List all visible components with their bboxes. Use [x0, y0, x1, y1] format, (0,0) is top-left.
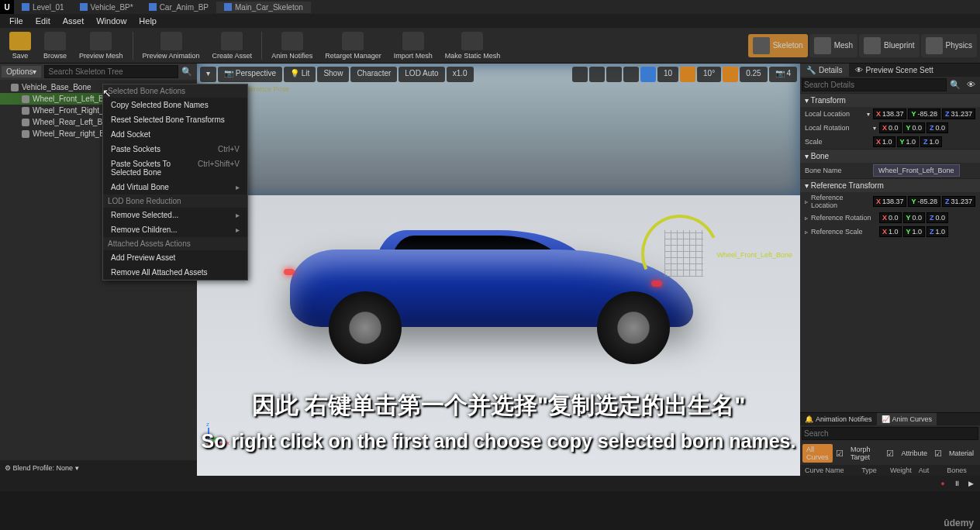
- snap-scale-value[interactable]: 0.25: [740, 67, 767, 82]
- bone-icon: [22, 107, 29, 115]
- filter-material-checkbox[interactable]: ☑: [934, 449, 942, 459]
- anim-notifies-tab[interactable]: 🔔 Animation Notifies: [800, 413, 877, 425]
- character-button[interactable]: Character: [350, 67, 397, 82]
- play-button[interactable]: ▶: [966, 480, 975, 487]
- mode-mesh-tab[interactable]: Mesh: [809, 34, 858, 57]
- bone-icon: [22, 119, 29, 126]
- editor-tab[interactable]: Car_Anim_BP: [141, 2, 216, 13]
- save-icon: [9, 32, 31, 50]
- speed-button[interactable]: x1.0: [447, 67, 474, 82]
- notify-icon: [281, 32, 303, 50]
- make-static-button[interactable]: Make Static Mesh: [439, 30, 507, 61]
- vp-scale-icon[interactable]: [606, 67, 622, 82]
- camera-speed[interactable]: 📷 4: [769, 67, 797, 82]
- mode-skeleton-tab[interactable]: Skeleton: [748, 34, 808, 57]
- ctx-remove-children[interactable]: Remove Children...: [103, 222, 247, 237]
- mode-physics-tab[interactable]: Physics: [921, 34, 977, 57]
- mesh-icon: [90, 32, 112, 50]
- save-button[interactable]: Save: [3, 30, 37, 61]
- menu-help[interactable]: Help: [133, 15, 163, 27]
- ctx-section-header: Attached Assets Actions: [103, 237, 247, 250]
- vp-move-icon[interactable]: [572, 67, 588, 82]
- retarget-button[interactable]: Retarget Manager: [319, 30, 388, 61]
- filter-morph-checkbox[interactable]: ☑: [836, 449, 844, 459]
- preview-scene-tab[interactable]: 👁 Preview Scene Sett: [849, 64, 940, 77]
- lit-button[interactable]: 💡 Lit: [284, 67, 316, 82]
- title-bar: U Level_01 Vehicle_BP* Car_Anim_BP Main_…: [0, 0, 980, 14]
- menu-window[interactable]: Window: [90, 15, 133, 27]
- anim-search-input[interactable]: [802, 427, 978, 440]
- details-search-input[interactable]: [802, 78, 947, 91]
- show-button[interactable]: Show: [317, 67, 349, 82]
- bone-label-overlay: Wheel_Front_Left_Bone: [716, 251, 792, 259]
- ctx-add-preview-asset[interactable]: Add Preview Asset: [103, 250, 247, 265]
- section-transform[interactable]: Transform: [800, 93, 980, 107]
- ctx-remove-all-assets[interactable]: Remove All Attached Assets: [103, 265, 247, 280]
- bone-icon: [22, 130, 29, 138]
- details-tab[interactable]: 🔧 Details: [800, 64, 849, 77]
- create-icon: [221, 32, 243, 50]
- anim-icon: [160, 32, 182, 50]
- bp-mode-icon: [864, 37, 881, 54]
- create-asset-button[interactable]: Create Asset: [206, 30, 259, 61]
- subtitle-en: So right click on the first and choose c…: [197, 430, 800, 453]
- skeleton-search-input[interactable]: [44, 65, 178, 78]
- snap-angle-toggle[interactable]: [680, 67, 695, 82]
- skeleton-icon: [224, 3, 232, 11]
- section-ref-transform[interactable]: Reference Transform: [800, 178, 980, 192]
- ctx-paste-sockets[interactable]: Paste SocketsCtrl+V: [103, 142, 247, 157]
- details-panel: 🔧 Details 👁 Preview Scene Sett 🔍 👁 Trans…: [800, 64, 980, 476]
- filter-all-curves[interactable]: All Curves: [802, 444, 833, 463]
- snap-grid-value[interactable]: 10: [657, 67, 678, 82]
- viewport[interactable]: Wheel_Front_Left_Bone z x ▾ 📷 Perspectiv…: [197, 64, 800, 476]
- udemy-watermark: ûdemy: [944, 518, 974, 528]
- pause-button[interactable]: ⏸: [952, 480, 961, 487]
- ctx-remove-selected[interactable]: Remove Selected...: [103, 208, 247, 222]
- search-icon[interactable]: 🔍: [947, 78, 964, 91]
- snap-grid-toggle[interactable]: [640, 67, 656, 82]
- preview-anim-button[interactable]: Preview Animation: [136, 30, 206, 61]
- timeline-bar: ● ⏸ ▶: [0, 476, 980, 491]
- snap-scale-toggle[interactable]: [723, 67, 738, 82]
- editor-tab[interactable]: Main_Car_Skeleton: [216, 2, 311, 13]
- anim-curves-tab[interactable]: 📈 Anim Curves: [877, 413, 937, 425]
- search-icon[interactable]: 🔍: [178, 67, 195, 77]
- preview-mesh-button[interactable]: Preview Mesh: [73, 30, 129, 61]
- blend-profile-dropdown[interactable]: ⚙ Blend Profile: None ▾: [5, 464, 79, 472]
- physics-mode-icon: [926, 37, 943, 54]
- bone-name-value: Wheel_Front_Left_Bone: [873, 164, 960, 177]
- ctx-add-socket[interactable]: Add Socket: [103, 127, 247, 142]
- ctx-reset-transforms[interactable]: Reset Selected Bone Transforms: [103, 112, 247, 127]
- subtitle-cn: 因此 右键单击第一个并选择"复制选定的出生名": [197, 390, 800, 422]
- anim-bp-icon: [149, 3, 157, 11]
- editor-tab[interactable]: Vehicle_BP*: [72, 2, 141, 13]
- anim-notifies-button[interactable]: Anim Notifies: [265, 30, 319, 61]
- viewport-menu[interactable]: ▾: [200, 67, 216, 82]
- main-toolbar: Save Browse Preview Mesh Preview Animati…: [0, 28, 980, 64]
- filter-icon[interactable]: 👁: [964, 78, 978, 91]
- record-button[interactable]: ●: [938, 480, 947, 487]
- ctx-paste-sockets-selected[interactable]: Paste Sockets To Selected BoneCtrl+Shift…: [103, 157, 247, 180]
- import-mesh-button[interactable]: Import Mesh: [388, 30, 439, 61]
- ctx-add-virtual-bone[interactable]: Add Virtual Bone: [103, 180, 247, 194]
- retarget-icon: [342, 32, 364, 50]
- editor-tab[interactable]: Level_01: [14, 2, 72, 13]
- menu-asset[interactable]: Asset: [57, 15, 91, 27]
- ue-logo-icon: U: [0, 0, 14, 14]
- menu-bar: File Edit Asset Window Help: [0, 14, 980, 28]
- filter-attribute-checkbox[interactable]: ☑: [886, 449, 894, 459]
- options-dropdown[interactable]: Options▾: [2, 66, 41, 77]
- section-bone[interactable]: Bone: [800, 149, 980, 163]
- snap-angle-value[interactable]: 10°: [697, 67, 721, 82]
- mode-blueprint-tab[interactable]: Blueprint: [859, 34, 919, 57]
- bone-icon: [22, 95, 29, 103]
- perspective-button[interactable]: 📷 Perspective: [218, 67, 282, 82]
- vp-world-icon[interactable]: [623, 67, 639, 82]
- ctx-copy-bone-names[interactable]: Copy Selected Bone Names: [103, 98, 247, 112]
- menu-edit[interactable]: Edit: [29, 15, 57, 27]
- menu-file[interactable]: File: [3, 15, 29, 27]
- browse-button[interactable]: Browse: [37, 30, 73, 61]
- ctx-section-header: Selected Bone Actions: [103, 84, 247, 98]
- lod-button[interactable]: LOD Auto: [399, 67, 444, 82]
- vp-rotate-icon[interactable]: [589, 67, 605, 82]
